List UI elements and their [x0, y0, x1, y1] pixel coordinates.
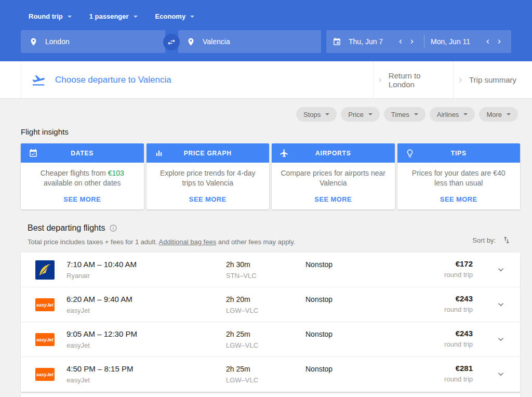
plane-takeoff-icon: [31, 73, 46, 87]
flight-airline: Ryanair: [66, 272, 90, 280]
flight-price-note: round trip: [444, 306, 473, 313]
passengers-dropdown[interactable]: 1 passenger: [89, 12, 138, 20]
search-topbar: Round trip 1 passenger Economy London Va…: [0, 0, 532, 61]
calendar-icon: [332, 37, 341, 46]
flight-row[interactable]: easyJet 4:50 PM – 8:15 PM easyJet 2h 25m…: [21, 357, 520, 392]
card-text: available on other dates: [44, 179, 121, 187]
flight-price-note: round trip: [444, 271, 473, 279]
flight-times: 7:10 AM – 10:40 AM: [66, 260, 137, 269]
card-body: Compare prices for airports near Valenci…: [272, 168, 395, 188]
flight-price-column: €281 round trip: [444, 364, 473, 383]
filter-price[interactable]: Price: [341, 107, 380, 122]
calendar-check-icon: [29, 149, 38, 158]
card-title: DATES: [71, 150, 94, 157]
chevron-right-icon: [457, 76, 464, 84]
flight-route: LGW–VLC: [226, 307, 258, 314]
card-header: DATES: [21, 143, 144, 163]
subtitle-text: and other fees may apply.: [216, 238, 295, 246]
bag-fees-link[interactable]: Additional bag fees: [159, 238, 217, 246]
heading-text: Best departing flights: [28, 223, 105, 233]
step-trip-summary[interactable]: Trip summary: [453, 61, 532, 98]
easyjet-logo: easyJet: [35, 368, 55, 381]
flight-stops: Nonstop: [305, 330, 332, 338]
flight-price-column: €243 round trip: [444, 329, 473, 348]
step-return-to-london[interactable]: Return to London: [373, 61, 453, 98]
easyjet-logo: easyJet: [35, 333, 55, 346]
flight-route: STN–VLC: [226, 272, 257, 280]
insight-card-price-graph: PRICE GRAPH Explore price trends for 4-d…: [147, 143, 270, 209]
flight-times: 4:50 PM – 8:15 PM: [66, 364, 133, 373]
chevron-down-icon: [134, 16, 138, 18]
card-text: Cheaper flights from: [41, 169, 108, 177]
card-text: Explore price trends for 4-day trips to …: [160, 169, 256, 187]
lightbulb-icon: [405, 149, 415, 158]
flight-times: 9:05 AM – 12:30 PM: [66, 329, 137, 338]
destination-field[interactable]: Valencia: [178, 30, 321, 53]
card-title: TIPS: [451, 150, 467, 157]
easyjet-wordmark: easyJet: [36, 337, 54, 342]
bar-chart-icon: [154, 149, 164, 158]
flight-row[interactable]: easyJet 9:05 AM – 12:30 PM easyJet 2h 25…: [21, 322, 520, 357]
swap-origin-destination-button[interactable]: [163, 34, 180, 50]
flight-airline: easyJet: [66, 376, 90, 384]
filter-airlines[interactable]: Airlines: [430, 107, 475, 122]
divider: [21, 61, 21, 98]
card-body: Prices for your dates are €40 less than …: [397, 168, 521, 188]
flight-row[interactable]: easyJet 6:20 AM – 9:40 AM easyJet 2h 20m…: [21, 287, 520, 322]
origin-value: London: [45, 37, 70, 46]
trip-type-label: Round trip: [29, 12, 63, 20]
easyjet-wordmark: easyJet: [36, 372, 54, 377]
insight-card-dates: DATES Cheaper flights from €103 availabl…: [21, 143, 144, 209]
card-title: PRICE GRAPH: [184, 150, 232, 157]
depart-date-next-button[interactable]: [406, 36, 418, 47]
expand-row-button[interactable]: [496, 264, 506, 275]
card-header: PRICE GRAPH: [147, 143, 270, 163]
flight-stops: Nonstop: [305, 295, 332, 303]
expand-row-button[interactable]: [496, 299, 506, 310]
trip-type-dropdown[interactable]: Round trip: [29, 12, 72, 20]
flight-price: €243: [444, 294, 473, 303]
chevron-down-icon: [68, 16, 72, 18]
flight-times: 6:20 AM – 9:40 AM: [66, 295, 132, 303]
expand-row-button[interactable]: [496, 334, 506, 345]
step-header: Choose departure to Valencia Return to L…: [0, 61, 532, 99]
see-more-link[interactable]: SEE MORE: [147, 195, 270, 203]
see-more-link[interactable]: SEE MORE: [397, 195, 521, 203]
chevron-right-icon: [408, 37, 416, 46]
page-title: Choose departure to Valencia: [55, 75, 171, 85]
return-date-next-button[interactable]: [494, 36, 505, 47]
origin-field[interactable]: London: [21, 30, 165, 53]
cabin-class-label: Economy: [155, 12, 186, 20]
insights-heading: Flight insights: [21, 127, 69, 136]
filter-stops[interactable]: Stops: [296, 107, 337, 122]
flight-price: €281: [444, 364, 473, 373]
trip-options: Round trip 1 passenger Economy: [29, 12, 194, 20]
see-more-link[interactable]: SEE MORE: [21, 195, 144, 203]
dates-field[interactable]: Thu, Jun 7 Mon, Jun 11: [326, 30, 511, 53]
expand-row-button[interactable]: [496, 369, 506, 379]
filter-label: Price: [348, 111, 364, 118]
return-date-value: Mon, Jun 11: [431, 37, 470, 46]
see-more-link[interactable]: SEE MORE: [272, 195, 395, 203]
price-highlight: €103: [108, 169, 124, 177]
next-list-card-edge: [21, 393, 520, 397]
flight-price: €172: [444, 259, 473, 268]
info-icon[interactable]: [109, 224, 117, 232]
filter-more[interactable]: More: [479, 107, 518, 122]
chevron-down-icon: [368, 113, 373, 115]
filter-label: More: [486, 111, 502, 118]
chevron-down-icon: [496, 334, 506, 345]
divider: [424, 35, 424, 48]
flight-price-column: €172 round trip: [444, 259, 473, 279]
flight-results-list: 7:10 AM – 10:40 AM Ryanair 2h 30m STN–VL…: [21, 253, 520, 392]
card-body: Explore price trends for 4-day trips to …: [147, 168, 270, 188]
chevron-down-icon: [496, 264, 506, 275]
return-date-prev-button[interactable]: [482, 36, 494, 47]
filter-times[interactable]: Times: [384, 107, 425, 122]
flight-row[interactable]: 7:10 AM – 10:40 AM Ryanair 2h 30m STN–VL…: [21, 253, 520, 287]
card-title: AIRPORTS: [315, 150, 351, 157]
flight-price-note: round trip: [444, 340, 473, 348]
depart-date-prev-button[interactable]: [395, 36, 406, 47]
cabin-class-dropdown[interactable]: Economy: [155, 12, 195, 20]
sort-arrows-icon[interactable]: [502, 235, 511, 245]
